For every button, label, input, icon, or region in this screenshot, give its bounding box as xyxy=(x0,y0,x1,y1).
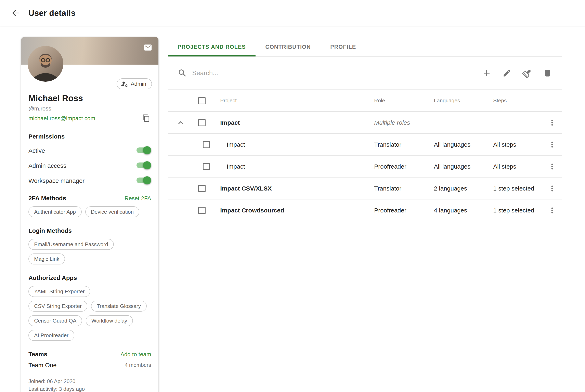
active-toggle[interactable] xyxy=(136,146,151,154)
kebab-menu-icon xyxy=(548,184,556,193)
project-name: Impact Crowdsourced xyxy=(210,207,374,214)
select-all-checkbox[interactable] xyxy=(198,97,206,104)
row-checkbox[interactable] xyxy=(198,206,206,214)
row-menu-button[interactable] xyxy=(547,205,558,216)
permissions-title: Permissions xyxy=(28,133,151,140)
toolbar-actions xyxy=(482,68,552,78)
tab-contribution[interactable]: CONTRIBUTION xyxy=(256,37,320,56)
row-checkbox[interactable] xyxy=(203,141,210,148)
workspace-manager-toggle[interactable] xyxy=(136,176,151,184)
clean-button[interactable] xyxy=(522,68,532,78)
row-menu-button[interactable] xyxy=(547,161,558,172)
login-method-chip: Email/Username and Password xyxy=(28,239,114,250)
project-role: Translator xyxy=(374,185,434,192)
admin-user-gear-icon xyxy=(121,80,128,87)
row-checkbox[interactable] xyxy=(203,163,210,170)
permissions-section: Permissions Active Admin access Workspac… xyxy=(21,133,158,185)
main-area: Admin Michael Ross @m.ross michael.ross@… xyxy=(0,26,585,392)
twofa-section: 2FA Methods Reset 2FA Authenticator App … xyxy=(21,194,158,217)
page-title: User details xyxy=(28,8,76,18)
kebab-menu-icon xyxy=(548,162,556,171)
row-checkbox[interactable] xyxy=(198,185,206,192)
reset-2fa-link[interactable]: Reset 2FA xyxy=(124,195,151,201)
row-menu-button[interactable] xyxy=(547,117,558,128)
tab-projects-and-roles[interactable]: PROJECTS AND ROLES xyxy=(168,37,256,56)
twofa-chip: Device verification xyxy=(85,206,139,217)
table-row[interactable]: Impact Crowdsourced Proofreader 4 langua… xyxy=(168,200,562,222)
tab-bar: PROJECTS AND ROLES CONTRIBUTION PROFILE xyxy=(168,37,562,57)
add-button[interactable] xyxy=(482,68,492,78)
project-role: Translator xyxy=(374,141,434,148)
identity-block: Michael Ross @m.ross michael.ross@impact… xyxy=(21,89,158,123)
row-checkbox[interactable] xyxy=(198,119,206,126)
meta-last-activity: Last activity: 3 days ago xyxy=(28,385,151,392)
copy-icon xyxy=(142,114,150,122)
twofa-title: 2FA Methods xyxy=(28,194,66,202)
toggle-label: Admin access xyxy=(28,162,66,169)
project-name: Impact xyxy=(210,119,374,126)
projects-table: Project Role Languages Steps Impact Mult… xyxy=(168,89,562,222)
admin-access-toggle[interactable] xyxy=(136,161,151,170)
app-chip: Censor Guard QA xyxy=(28,315,82,326)
team-name: Team One xyxy=(28,362,56,368)
project-languages: 4 languages xyxy=(434,207,493,214)
row-menu-button[interactable] xyxy=(547,139,558,150)
project-name: Impact xyxy=(210,141,374,148)
user-card: Admin Michael Ross @m.ross michael.ross@… xyxy=(21,37,158,392)
toggle-row-workspace-manager: Workspace manager xyxy=(28,176,151,185)
tab-profile[interactable]: PROFILE xyxy=(320,37,366,56)
table-row[interactable]: Impact Translator All languages All step… xyxy=(168,134,562,156)
edit-button[interactable] xyxy=(502,68,512,78)
search-box xyxy=(178,68,482,78)
pencil-icon xyxy=(502,69,512,78)
project-languages: 2 languages xyxy=(434,185,493,192)
project-name: Impact CSV/XLSX xyxy=(210,185,374,192)
back-arrow-icon xyxy=(10,8,20,18)
copy-email-button[interactable] xyxy=(142,113,151,123)
project-languages: All languages xyxy=(434,141,493,148)
search-icon xyxy=(178,68,187,78)
toggle-label: Active xyxy=(28,147,45,154)
table-header-row: Project Role Languages Steps xyxy=(168,90,562,112)
broom-icon xyxy=(521,67,534,80)
send-email-button[interactable] xyxy=(142,42,153,53)
app-chip: YAML String Exporter xyxy=(28,286,90,297)
team-list-item[interactable]: Team One 4 members xyxy=(28,362,151,368)
collapse-row-button[interactable] xyxy=(176,117,186,128)
table-row[interactable]: Impact CSV/XLSX Translator 2 languages 1… xyxy=(168,178,562,200)
row-menu-button[interactable] xyxy=(547,183,558,194)
top-bar: User details xyxy=(0,0,585,26)
login-methods-title: Login Methods xyxy=(28,227,151,234)
user-email-link[interactable]: michael.ross@impact.com xyxy=(28,115,95,122)
add-to-team-link[interactable]: Add to team xyxy=(120,351,151,357)
meta-joined: Joined: 06 Apr 2020 xyxy=(28,378,151,385)
column-header-languages: Languages xyxy=(434,98,493,104)
app-chip: CSV String Exporter xyxy=(28,300,87,312)
search-input[interactable] xyxy=(192,70,482,77)
project-languages: All languages xyxy=(434,163,493,170)
team-members-count: 4 members xyxy=(125,362,151,368)
app-chip: Translate Glossary xyxy=(91,300,146,312)
kebab-menu-icon xyxy=(548,140,556,149)
kebab-menu-icon xyxy=(548,118,556,127)
authorized-apps-section: Authorized Apps YAML String Exporter CSV… xyxy=(21,274,158,341)
user-name: Michael Ross xyxy=(28,94,151,103)
table-row[interactable]: Impact Proofreader All languages All ste… xyxy=(168,156,562,178)
project-role: Proofreader xyxy=(374,163,434,170)
column-header-steps: Steps xyxy=(493,98,542,104)
table-row[interactable]: Impact Multiple roles xyxy=(168,112,562,134)
toggle-label: Workspace manager xyxy=(28,177,84,184)
kebab-menu-icon xyxy=(548,206,556,215)
user-meta-block: Joined: 06 Apr 2020 Last activity: 3 day… xyxy=(21,378,158,392)
delete-button[interactable] xyxy=(543,68,552,78)
table-toolbar xyxy=(168,57,562,89)
admin-badge: Admin xyxy=(116,78,152,89)
teams-title: Teams xyxy=(28,350,47,358)
content-panel: PROJECTS AND ROLES CONTRIBUTION PROFILE xyxy=(168,37,562,222)
toggle-row-active: Active xyxy=(28,146,151,155)
back-button[interactable] xyxy=(10,7,21,19)
login-method-chip: Magic Link xyxy=(28,254,65,264)
authorized-apps-title: Authorized Apps xyxy=(28,274,151,281)
project-steps: All steps xyxy=(493,163,542,170)
project-steps: 1 step selected xyxy=(493,207,542,214)
